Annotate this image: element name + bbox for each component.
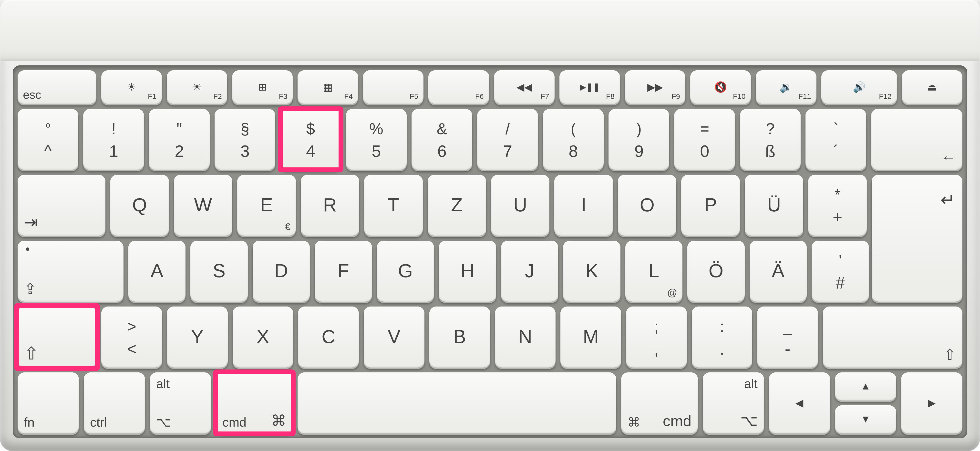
key-y[interactable]: Y [167, 306, 228, 368]
key-w[interactable]: W [174, 175, 232, 236]
key-u-umlaut[interactable]: Ü [745, 175, 803, 236]
key-j[interactable]: J [501, 241, 558, 302]
key-8[interactable]: (8 [543, 109, 604, 170]
f9-forward-key[interactable]: ▶▶F9 [625, 70, 686, 104]
alt-right-key[interactable]: alt⌥ [703, 372, 764, 434]
arrow-down-key[interactable]: ▼ [835, 405, 896, 434]
key-t[interactable]: T [364, 175, 423, 236]
f2-brightness-up-key[interactable]: ☀F2 [167, 70, 227, 104]
number-row: °^ !1 "2 §3 $4 %5 &6 /7 (8 )9 =0 ?ß `´ ← [18, 109, 963, 170]
f3-mission-control-key[interactable]: ⊞F3 [232, 70, 293, 104]
fn-key[interactable]: fn [18, 372, 79, 434]
return-icon: ↵ [940, 189, 955, 210]
period-key[interactable]: :. [692, 306, 752, 368]
cmd-left-key[interactable]: cmd⌘ [216, 372, 293, 434]
mission-control-icon: ⊞ [258, 81, 267, 93]
caret-key[interactable]: °^ [18, 109, 78, 170]
f4-launchpad-key[interactable]: ▦F4 [298, 70, 358, 104]
alt-left-key[interactable]: alt⌥ [150, 372, 211, 434]
key-a[interactable]: A [128, 241, 186, 302]
eszett-key[interactable]: ?ß [740, 109, 800, 170]
key-z[interactable]: Z [428, 175, 486, 236]
key-c[interactable]: C [298, 306, 359, 368]
fast-forward-icon: ▶▶ [648, 81, 663, 93]
bottom-letter-row: ⇧ >< Y X C V B N M ;, :. _- ⇧ [18, 306, 963, 368]
key-f[interactable]: F [315, 241, 372, 302]
key-7[interactable]: /7 [477, 109, 538, 170]
ctrl-key[interactable]: ctrl [84, 372, 145, 434]
plus-key[interactable]: *+ [808, 175, 867, 236]
key-r[interactable]: R [301, 175, 359, 236]
f7-rewind-key[interactable]: ◀◀F7 [494, 70, 555, 104]
key-3[interactable]: §3 [215, 109, 275, 170]
key-0[interactable]: =0 [674, 109, 735, 170]
play-pause-icon: ▶❚❚ [580, 82, 600, 92]
key-o[interactable]: O [618, 175, 676, 236]
key-2[interactable]: "2 [149, 109, 210, 170]
f12-volume-up-key[interactable]: 🔊F12 [821, 70, 897, 104]
eject-icon: ⏏ [927, 81, 937, 93]
f6-key[interactable]: F6 [428, 70, 489, 104]
enter-key[interactable]: ↵ [872, 175, 963, 302]
eject-key[interactable]: ⏏ [902, 70, 963, 104]
backspace-key[interactable]: ← [871, 109, 963, 170]
key-x[interactable]: X [232, 306, 293, 368]
key-u[interactable]: U [491, 175, 550, 236]
comma-key[interactable]: ;, [626, 306, 687, 368]
key-i[interactable]: I [554, 175, 613, 236]
f10-mute-key[interactable]: 🔇F10 [690, 70, 751, 104]
key-q[interactable]: Q [110, 175, 169, 236]
f5-key[interactable]: F5 [363, 70, 423, 104]
key-k[interactable]: K [563, 241, 620, 302]
arrow-right-icon: ▶ [928, 397, 935, 408]
top-letter-row: ⇥ Q W E€ R T Z U I O P Ü *+ ↵ [18, 175, 963, 236]
hash-key[interactable]: '# [811, 241, 869, 302]
key-p[interactable]: P [681, 175, 740, 236]
command-icon: ⌘ [628, 415, 640, 430]
mute-icon: 🔇 [714, 81, 727, 93]
arrow-left-key[interactable]: ◀ [769, 372, 830, 434]
arrow-left-icon: ◀ [795, 397, 803, 408]
key-6[interactable]: &6 [412, 109, 472, 170]
shift-right-key[interactable]: ⇧ [823, 306, 963, 368]
f8-play-pause-key[interactable]: ▶❚❚F8 [560, 70, 620, 104]
shift-left-key[interactable]: ⇧ [18, 306, 96, 368]
caps-led [26, 248, 29, 251]
command-icon: ⌘ [271, 412, 286, 430]
key-b[interactable]: B [430, 306, 490, 368]
arrow-up-icon: ▲ [861, 380, 871, 392]
key-s[interactable]: S [190, 241, 248, 302]
caps-icon: ⇪ [24, 280, 37, 298]
f11-volume-down-key[interactable]: 🔉F11 [756, 70, 816, 104]
esc-key[interactable]: esc [18, 70, 96, 104]
modifier-row: fn ctrl alt⌥ cmd⌘ ⌘cmd alt⌥ ◀ ▲ ▼ ▶ [18, 372, 963, 434]
cmd-right-key[interactable]: ⌘cmd [621, 372, 698, 434]
arrow-up-key[interactable]: ▲ [835, 372, 896, 400]
key-9[interactable]: )9 [608, 109, 669, 170]
key-1[interactable]: !1 [83, 109, 144, 170]
tab-icon: ⇥ [24, 213, 38, 232]
arrow-right-key[interactable]: ▶ [901, 372, 963, 434]
less-greater-key[interactable]: >< [101, 306, 162, 368]
key-m[interactable]: M [560, 306, 621, 368]
key-l[interactable]: L@ [625, 241, 682, 302]
key-v[interactable]: V [364, 306, 425, 368]
key-h[interactable]: H [439, 241, 496, 302]
key-5[interactable]: %5 [346, 109, 407, 170]
function-row: esc ☀︎F1 ☀F2 ⊞F3 ▦F4 F5 F6 ◀◀F7 ▶❚❚F8 ▶▶… [18, 70, 963, 104]
key-4[interactable]: $4 [280, 109, 341, 170]
key-well: esc ☀︎F1 ☀F2 ⊞F3 ▦F4 F5 F6 ◀◀F7 ▶❚❚F8 ▶▶… [13, 65, 967, 438]
option-icon: ⌥ [740, 412, 758, 430]
minus-key[interactable]: _- [757, 306, 818, 368]
caps-lock-key[interactable]: ⇪ [18, 241, 124, 302]
key-e[interactable]: E€ [237, 175, 296, 236]
key-a-umlaut[interactable]: Ä [749, 241, 807, 302]
key-g[interactable]: G [377, 241, 434, 302]
key-o-umlaut[interactable]: Ö [687, 241, 745, 302]
tab-key[interactable]: ⇥ [18, 175, 105, 236]
f1-brightness-down-key[interactable]: ☀︎F1 [101, 70, 162, 104]
key-n[interactable]: N [495, 306, 556, 368]
acute-key[interactable]: `´ [805, 109, 866, 170]
space-key[interactable] [298, 372, 616, 434]
key-d[interactable]: D [253, 241, 310, 302]
